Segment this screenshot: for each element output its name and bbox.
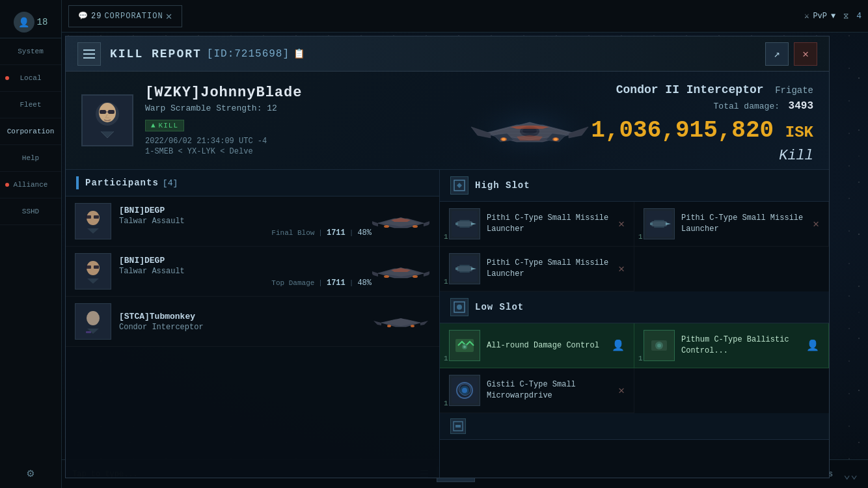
svg-point-12 bbox=[502, 138, 506, 141]
svg-point-35 bbox=[411, 325, 414, 327]
participant-name-1: [BNI]DEGP bbox=[119, 206, 372, 215]
participant-info-1: [BNI]DEGP Talwar Assault Final Blow | 17… bbox=[119, 206, 372, 237]
damage-stat-1: 1711 bbox=[327, 228, 346, 237]
kill-report-content: [WZKY]JohnnyBlade Warp Scramble Strength… bbox=[66, 72, 829, 478]
swords-icon: ⚔ bbox=[804, 11, 809, 21]
slot-item-icon-l3 bbox=[449, 375, 480, 406]
slot-item-action-l1[interactable]: 👤 bbox=[612, 339, 625, 352]
sidebar-item-system[interactable]: System bbox=[0, 38, 61, 65]
participant-avatar-3 bbox=[75, 303, 111, 340]
percent-stat-2: 48% bbox=[357, 278, 372, 288]
low-slot-items-grid: 1 All-round Damage Control bbox=[440, 323, 829, 413]
panel-header: KILL REPORT [ID:7215698] 📋 ↗ ✕ bbox=[66, 36, 829, 72]
svg-rect-41 bbox=[459, 226, 470, 228]
right-edge-count: 4 bbox=[856, 11, 861, 21]
victim-avatar bbox=[81, 94, 133, 146]
svg-point-31 bbox=[87, 311, 100, 325]
low-slot-header: Low Slot bbox=[440, 291, 829, 323]
participant-stats-row-2: Top Damage | 1711 | 48% bbox=[119, 278, 372, 288]
sidebar: 👤 18 System Local Fleet Corporation Help… bbox=[0, 0, 62, 488]
low-slot-section: Low Slot 1 bbox=[440, 291, 829, 413]
hamburger-line-2 bbox=[83, 53, 95, 55]
tab-count-area: 💬 29 bbox=[78, 11, 102, 21]
slot-item-high-2: 1 Pithi bbox=[634, 202, 829, 247]
svg-rect-39 bbox=[455, 223, 458, 225]
slot-item-high-3: 1 Pithi bbox=[440, 247, 634, 291]
svg-rect-46 bbox=[654, 226, 664, 228]
corporation-tab[interactable]: 💬 29 CORPORATION ✕ bbox=[68, 5, 182, 27]
slot-item-name-l1: All-round Damage Control bbox=[487, 340, 606, 351]
small-ship-svg-3 bbox=[372, 306, 429, 336]
svg-point-13 bbox=[554, 138, 558, 141]
participant-avatar-2 bbox=[75, 253, 111, 290]
slot-item-name-h2: Pithi C-Type Small Missile Launcher bbox=[681, 213, 807, 235]
sidebar-item-alliance[interactable]: Alliance bbox=[0, 172, 61, 198]
svg-point-29 bbox=[413, 275, 418, 278]
filter-icon[interactable]: ⧖ bbox=[843, 12, 848, 21]
isk-line: 1,036,915,820 ISK bbox=[591, 117, 813, 144]
launcher-icon-3 bbox=[452, 256, 478, 282]
victim-warp-scramble: Warp Scramble Strength: 12 bbox=[145, 103, 302, 113]
participant-avatar-svg-1 bbox=[75, 204, 111, 239]
svg-point-53 bbox=[457, 305, 462, 310]
participants-title: Participants bbox=[85, 178, 159, 188]
slot-item-name-h1: Pithi C-Type Small Missile Launcher bbox=[487, 213, 613, 235]
sidebar-item-help[interactable]: Help bbox=[0, 145, 61, 172]
topbar-right: ⚔ PvP ▼ ⧖ 4 bbox=[804, 11, 861, 21]
launcher-icon-1 bbox=[452, 211, 478, 237]
user-count: 18 bbox=[37, 17, 48, 27]
slot-item-close-l3[interactable]: ✕ bbox=[618, 384, 625, 397]
sidebar-item-local[interactable]: Local bbox=[0, 65, 61, 92]
bottom-section: Participants [4] bbox=[66, 170, 829, 478]
participant-item: [BNI]DEGP Talwar Assault Final Blow | 17… bbox=[66, 197, 439, 247]
svg-rect-3 bbox=[100, 110, 106, 114]
participants-header: Participants [4] bbox=[66, 170, 439, 197]
chat-icon: 💬 bbox=[78, 11, 88, 21]
participants-panel: Participants [4] bbox=[66, 170, 440, 478]
slot-item-icon-h3 bbox=[449, 253, 480, 284]
sidebar-item-corporation[interactable]: Corporation bbox=[0, 118, 61, 145]
partial-slot-icon bbox=[450, 418, 466, 434]
sidebar-user-section: 👤 18 bbox=[0, 7, 61, 38]
copy-icon[interactable]: 📋 bbox=[293, 48, 305, 59]
victim-datetime: 2022/06/02 21:34:09 UTC -4 bbox=[145, 137, 302, 146]
close-button[interactable]: ✕ bbox=[794, 42, 817, 66]
slot-item-action-l2[interactable]: 👤 bbox=[806, 339, 819, 352]
sidebar-item-fleet[interactable]: Fleet bbox=[0, 92, 61, 118]
damage-line: Total damage: 3493 bbox=[591, 100, 813, 112]
participants-count: [4] bbox=[163, 178, 178, 188]
gear-icon: ⚙ bbox=[27, 467, 34, 480]
participant-ship-img-3 bbox=[372, 305, 430, 338]
participant-info-3: [STCA]Tubmonkey Condor Interceptor bbox=[119, 312, 372, 332]
avatar-inner bbox=[83, 96, 132, 145]
participant-item-2: [BNI]DEGP Talwar Assault Top Damage | 17… bbox=[66, 247, 439, 297]
participant-avatar-svg-2 bbox=[75, 254, 111, 289]
sidebar-settings[interactable]: ⚙ bbox=[0, 458, 61, 488]
participant-ship-1: Talwar Assault bbox=[119, 217, 372, 226]
tab-close-icon[interactable]: ✕ bbox=[166, 10, 173, 23]
hamburger-button[interactable] bbox=[77, 42, 101, 66]
mwd-icon bbox=[452, 377, 478, 403]
participant-ship-3: Condor Interceptor bbox=[119, 323, 372, 332]
slot-item-icon-l1 bbox=[449, 330, 480, 361]
svg-rect-67 bbox=[455, 425, 461, 427]
kill-stats: Condor II Interceptor Frigate Total dama… bbox=[591, 83, 813, 164]
pvp-selector[interactable]: ⚔ PvP ▼ bbox=[804, 11, 835, 21]
launcher-icon-2 bbox=[646, 211, 672, 237]
svg-rect-49 bbox=[455, 267, 458, 270]
svg-rect-51 bbox=[459, 271, 470, 273]
slot-item-close-h1[interactable]: ✕ bbox=[618, 217, 625, 230]
blow-label-2: Top Damage bbox=[271, 279, 314, 287]
sidebar-item-sshd[interactable]: SSHD bbox=[0, 198, 61, 225]
slot-item-close-h3[interactable]: ✕ bbox=[618, 262, 625, 275]
isk-value: 1,036,915,820 bbox=[591, 117, 774, 144]
close-icon: ✕ bbox=[802, 47, 809, 61]
svg-rect-38 bbox=[457, 221, 472, 226]
export-button[interactable]: ↗ bbox=[765, 42, 789, 66]
tab-label: CORPORATION bbox=[104, 12, 163, 21]
svg-point-65 bbox=[462, 388, 467, 393]
avatar-svg bbox=[83, 96, 132, 145]
damage-label: Total damage: bbox=[714, 102, 780, 111]
slot-item-close-h2[interactable]: ✕ bbox=[813, 217, 819, 230]
svg-rect-18 bbox=[86, 215, 91, 219]
